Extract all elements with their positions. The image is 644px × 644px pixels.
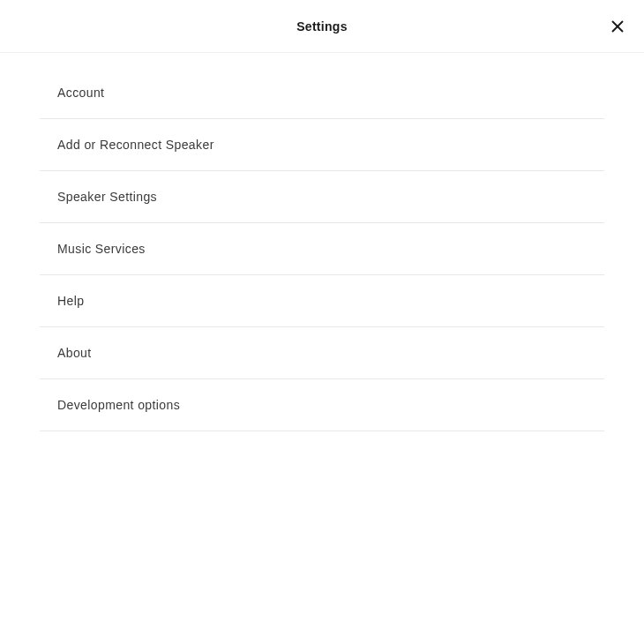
menu-item-label: Speaker Settings: [57, 190, 157, 204]
menu-item-account[interactable]: Account: [40, 67, 604, 119]
close-icon: [610, 19, 625, 34]
menu-item-label: Help: [57, 294, 84, 308]
menu-item-about[interactable]: About: [40, 327, 604, 379]
menu-item-label: About: [57, 346, 92, 360]
menu-item-add-reconnect-speaker[interactable]: Add or Reconnect Speaker: [40, 119, 604, 171]
menu-item-music-services[interactable]: Music Services: [40, 223, 604, 275]
menu-item-label: Development options: [57, 398, 180, 412]
settings-header: Settings: [0, 0, 644, 53]
page-title: Settings: [296, 19, 348, 34]
settings-menu: Account Add or Reconnect Speaker Speaker…: [0, 53, 644, 431]
menu-item-help[interactable]: Help: [40, 275, 604, 327]
menu-item-speaker-settings[interactable]: Speaker Settings: [40, 171, 604, 223]
menu-item-development-options[interactable]: Development options: [40, 379, 604, 431]
menu-item-label: Add or Reconnect Speaker: [57, 138, 214, 152]
close-button[interactable]: [602, 11, 633, 42]
menu-item-label: Account: [57, 86, 104, 100]
menu-item-label: Music Services: [57, 242, 146, 256]
